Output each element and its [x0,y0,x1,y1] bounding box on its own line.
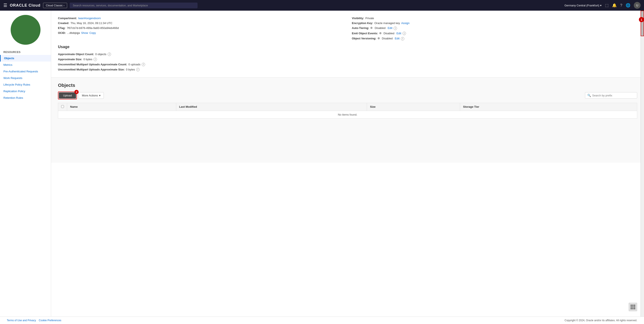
multipart-size-row: Uncommitted Multipart Uploads Approximat… [58,67,637,72]
encryption-value: Oracle managed key [374,21,400,25]
detail-right-column: Visibility: Private Encryption Key: Orac… [352,16,637,41]
main-content: Compartment: IwanHoogendoorn Created: Th… [51,11,644,324]
detail-left-column: Compartment: IwanHoogendoorn Created: Th… [58,16,343,41]
grid-dot [634,308,635,309]
grid-dot [630,306,632,308]
user-avatar[interactable]: U [634,2,640,9]
size-value: 0 bytes [83,58,92,61]
bucket-detail-section: Compartment: IwanHoogendoorn Created: Th… [51,11,644,77]
bell-icon[interactable]: 🔔 [612,3,617,8]
size-info-icon[interactable]: i [94,58,97,61]
assign-link[interactable]: Assign [401,21,410,25]
cloud-classic-button[interactable]: Cloud Classic › [43,3,67,8]
sidebar-item-retention[interactable]: Retention Rules [0,94,51,101]
multipart-count-info-icon[interactable]: i [142,63,145,66]
table-header: Name Last Modified Size Storage Tier [58,103,637,111]
show-link[interactable]: Show [81,31,88,34]
usage-section: Usage Approximate Object Count: 0 object… [58,45,637,72]
multipart-count-value: 0 uploads [128,63,140,66]
obj-versioning-toggle [378,37,380,39]
no-items-row: No items found. [58,111,637,118]
obj-count-info-icon[interactable]: i [108,52,111,56]
more-actions-chevron-icon: ▾ [99,94,100,97]
select-all-checkbox[interactable] [61,105,64,108]
objects-table: Name Last Modified Size Storage Tier No … [58,103,637,119]
size-row: Approximate Size: 0 bytes i [58,57,637,62]
page-footer: Terms of Use and Privacy Cookie Preferen… [0,317,644,324]
obj-versioning-edit-link[interactable]: Edit [395,37,399,40]
grid-view-toggle[interactable] [629,303,637,311]
compartment-value[interactable]: IwanHoogendoorn [78,16,101,20]
emit-events-value: Disabled [384,32,394,35]
grid-dot [632,308,634,309]
table-header-row: Name Last Modified Size Storage Tier [58,103,637,111]
detail-grid: Compartment: IwanHoogendoorn Created: Th… [58,16,637,41]
region-selector[interactable]: Germany Central (Frankfurt) ▾ [564,4,602,7]
sidebar-item-work-requests[interactable]: Work Requests [0,75,51,81]
emit-events-edit-link[interactable]: Edit [396,32,401,35]
obj-versioning-row: Object Versioning: Disabled Edit i [352,36,637,41]
auto-tiering-row: Auto-Tiering: Disabled Edit i [352,25,637,31]
sidebar: Resources Objects Metrics Pre-Authentica… [0,11,51,324]
upload-button[interactable]: Upload [59,92,76,99]
search-icon: 🔍 [587,94,591,97]
ocid-value: ...dbdqiqja [67,31,80,34]
more-actions-button[interactable]: More Actions ▾ [79,92,104,99]
grid-dots-icon [630,305,635,309]
sidebar-item-pre-authenticated[interactable]: Pre-Authenticated Requests [0,68,51,75]
emit-events-info-icon[interactable]: i [402,32,406,35]
name-column-header[interactable]: Name [67,103,176,111]
footer-copyright: Copyright © 2024, Oracle and/or its affi… [564,319,637,322]
select-all-checkbox-header[interactable] [58,103,67,111]
etag-label: ETag: [58,26,66,29]
help-icon[interactable]: ? [620,3,622,8]
auto-tiering-value: Disabled [375,26,386,29]
grid-dot [634,305,635,306]
auto-tiering-info-icon[interactable]: i [394,27,397,30]
emit-events-toggle [379,32,382,34]
encryption-label: Encryption Key: [352,21,373,25]
obj-count-label: Approximate Object Count: [58,52,94,56]
sidebar-item-objects[interactable]: Objects [0,55,51,61]
obj-count-row: Approximate Object Count: 0 objects i [58,52,637,57]
obj-count-value: 0 objects [95,52,106,56]
visibility-value: Private [366,16,374,20]
hamburger-icon[interactable]: ☰ [4,3,7,8]
multipart-size-label: Uncommitted Multipart Uploads Approximat… [58,68,125,71]
region-label: Germany Central (Frankfurt) [564,4,599,7]
obj-versioning-info-icon[interactable]: i [401,37,404,40]
page-scrollbar[interactable] [640,11,644,317]
console-icon[interactable]: ⬚ [605,3,608,8]
ocid-label: OCID: [58,31,66,34]
storage-tier-column-header[interactable]: Storage Tier [460,103,637,111]
last-modified-column-header[interactable]: Last Modified [176,103,367,111]
cookie-preferences-link[interactable]: Cookie Preferences [39,319,61,322]
visibility-label: Visibility: [352,16,364,20]
grid-dot [634,306,635,308]
size-label: Approximate Size: [58,58,82,61]
search-by-prefix-input[interactable] [592,94,635,97]
grid-dot [632,305,634,306]
sidebar-item-metrics[interactable]: Metrics [0,61,51,68]
copy-link[interactable]: Copy [89,31,96,34]
auto-tiering-toggle [370,27,372,29]
sidebar-item-replication[interactable]: Replication Policy [0,88,51,94]
multipart-size-info-icon[interactable]: i [136,68,140,71]
bucket-avatar [11,15,40,45]
auto-tiering-label: Auto-Tiering: [352,26,369,29]
globe-icon[interactable]: 🌐 [626,3,630,8]
compartment-label: Compartment: [58,16,77,20]
compartment-row: Compartment: IwanHoogendoorn [58,16,343,21]
global-search-input[interactable] [70,2,198,8]
scrollbar-badge: 1 [639,17,644,22]
terms-link[interactable]: Terms of Use and Privacy [7,319,36,322]
footer-left: Terms of Use and Privacy Cookie Preferen… [7,319,61,322]
auto-tiering-edit-link[interactable]: Edit [388,26,392,29]
created-value: Thu, May 16, 2024, 09:11:34 UTC [70,21,112,25]
page-wrapper: Resources Objects Metrics Pre-Authentica… [0,11,644,324]
created-label: Created: [58,21,69,25]
objects-title: Objects [58,83,637,88]
size-column-header[interactable]: Size [367,103,460,111]
sidebar-avatar-section [0,11,51,48]
sidebar-item-lifecycle[interactable]: Lifecycle Policy Rules [0,81,51,88]
